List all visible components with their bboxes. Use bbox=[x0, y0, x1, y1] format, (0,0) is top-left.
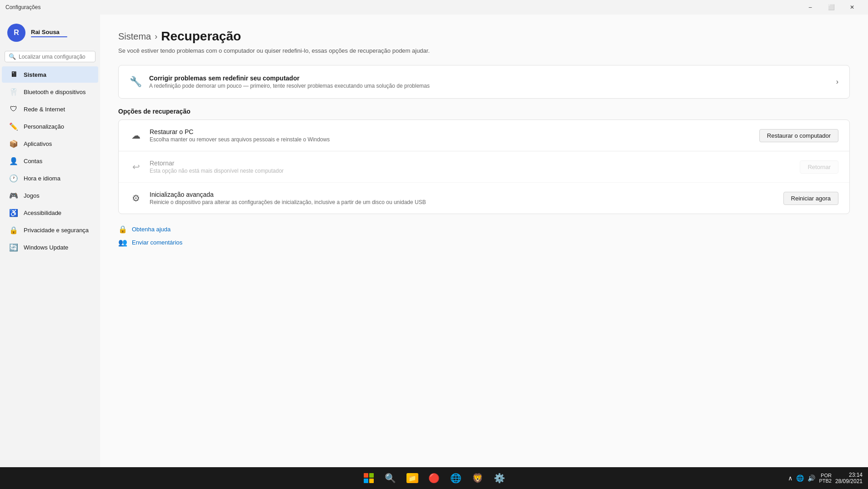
comentarios-label: Enviar comentários bbox=[132, 239, 182, 246]
main-content: Sistema › Recuperação Se você estiver te… bbox=[100, 15, 868, 467]
user-underline bbox=[31, 36, 67, 37]
sidebar-item-label: Aplicativos bbox=[24, 140, 52, 147]
taskbar-app-1[interactable]: 🔴 bbox=[425, 469, 443, 487]
restaurar-icon: ☁ bbox=[130, 130, 142, 141]
sidebar-item-contas[interactable]: 👤 Contas bbox=[2, 153, 98, 169]
titlebar-title: Configurações bbox=[5, 4, 40, 10]
fix-card-title: Corrigir problemas sem redefinir seu com… bbox=[149, 75, 430, 82]
comentarios-icon: 👥 bbox=[118, 238, 127, 247]
user-profile: R Rai Sousa bbox=[0, 18, 100, 49]
bluetooth-icon: 🦷 bbox=[9, 87, 18, 96]
taskbar-clock[interactable]: POR PTB2 bbox=[819, 473, 832, 484]
sidebar-item-label: Contas bbox=[24, 158, 42, 165]
taskbar-time-date[interactable]: 23:14 28/09/2021 bbox=[835, 472, 863, 484]
sidebar-item-label: Jogos bbox=[24, 192, 40, 199]
taskbar-app-files[interactable]: 📁 bbox=[403, 469, 421, 487]
sidebar-item-acessibilidade[interactable]: ♿ Acessibilidade bbox=[2, 205, 98, 221]
sistema-icon: 🖥 bbox=[9, 70, 18, 79]
reiniciar-button[interactable]: Reiniciar agora bbox=[783, 192, 838, 205]
taskbar-app-settings[interactable]: ⚙️ bbox=[491, 469, 509, 487]
option-inicializacao-left: ⚙ Inicialização avançada Reinicie o disp… bbox=[130, 191, 426, 205]
windows-update-icon: 🔄 bbox=[9, 243, 18, 252]
sidebar-item-aplicativos[interactable]: 📦 Aplicativos bbox=[2, 135, 98, 152]
aplicativos-icon: 📦 bbox=[9, 139, 18, 148]
sidebar-item-bluetooth[interactable]: 🦷 Bluetooth e dispositivos bbox=[2, 84, 98, 100]
start-button[interactable] bbox=[360, 469, 378, 487]
ajuda-label: Obtenha ajuda bbox=[132, 226, 171, 233]
taskbar-language: POR PTB2 bbox=[819, 473, 832, 484]
tray-arrow-icon[interactable]: ∧ bbox=[788, 474, 793, 482]
inicializacao-icon: ⚙ bbox=[130, 193, 142, 204]
user-name: Rai Sousa bbox=[31, 29, 67, 35]
tray-volume-icon[interactable]: 🔊 bbox=[808, 474, 815, 482]
sidebar-item-privacidade[interactable]: 🔒 Privacidade e segurança bbox=[2, 222, 98, 238]
help-link-ajuda[interactable]: 🔒 Obtenha ajuda bbox=[118, 225, 850, 234]
sidebar-item-label: Privacidade e segurança bbox=[24, 227, 89, 234]
recovery-options-title: Opções de recuperação bbox=[118, 108, 850, 115]
option-retornar-title: Retornar bbox=[150, 160, 284, 167]
contas-icon: 👤 bbox=[9, 156, 18, 165]
sidebar-item-label: Windows Update bbox=[24, 244, 68, 251]
search-box[interactable]: 🔍 bbox=[5, 51, 95, 62]
taskbar-app-search[interactable]: 🔍 bbox=[381, 469, 400, 487]
fix-card-left: 🔧 Corrigir problemas sem redefinir seu c… bbox=[130, 75, 430, 89]
fix-card-description: A redefinição pode demorar um pouco — pr… bbox=[149, 83, 430, 89]
page-description: Se você estiver tendo problemas com o co… bbox=[118, 47, 850, 54]
taskbar-app-chrome[interactable]: 🌐 bbox=[447, 469, 465, 487]
tray-network-icon[interactable]: 🌐 bbox=[796, 474, 804, 482]
rede-icon: 🛡 bbox=[9, 105, 18, 114]
hora-icon: 🕐 bbox=[9, 174, 18, 183]
maximize-button[interactable]: ⬜ bbox=[821, 0, 842, 15]
sidebar-item-hora[interactable]: 🕐 Hora e idioma bbox=[2, 170, 98, 186]
titlebar-controls: – ⬜ ✕ bbox=[800, 0, 863, 15]
win-logo-sq-1 bbox=[364, 473, 368, 478]
taskbar-center: 🔍 📁 🔴 🌐 🦁 ⚙️ bbox=[360, 469, 509, 487]
fix-icon: 🔧 bbox=[130, 76, 142, 88]
win-logo-sq-2 bbox=[369, 473, 374, 478]
option-inicializacao-text: Inicialização avançada Reinicie o dispos… bbox=[150, 191, 426, 205]
sidebar-item-jogos[interactable]: 🎮 Jogos bbox=[2, 187, 98, 204]
help-link-comentarios[interactable]: 👥 Enviar comentários bbox=[118, 238, 850, 247]
option-restaurar-title: Restaurar o PC bbox=[150, 128, 330, 135]
jogos-icon: 🎮 bbox=[9, 191, 18, 200]
option-retornar: ↩ Retornar Esta opção não está mais disp… bbox=[119, 151, 849, 183]
option-inicializacao-title: Inicialização avançada bbox=[150, 191, 426, 198]
sys-tray: ∧ 🌐 🔊 bbox=[788, 474, 815, 482]
windows-logo bbox=[364, 473, 374, 483]
titlebar: Configurações – ⬜ ✕ bbox=[0, 0, 868, 15]
search-icon: 🔍 bbox=[9, 53, 16, 60]
app-container: R Rai Sousa 🔍 🖥 Sistema 🦷 Bluetooth e di… bbox=[0, 15, 868, 467]
breadcrumb-current: Recuperação bbox=[161, 29, 241, 44]
option-retornar-left: ↩ Retornar Esta opção não está mais disp… bbox=[130, 160, 284, 174]
fix-card[interactable]: 🔧 Corrigir problemas sem redefinir seu c… bbox=[118, 65, 850, 99]
privacidade-icon: 🔒 bbox=[9, 225, 18, 235]
close-button[interactable]: ✕ bbox=[842, 0, 863, 15]
minimize-button[interactable]: – bbox=[800, 0, 821, 15]
sidebar-item-sistema[interactable]: 🖥 Sistema bbox=[2, 66, 98, 83]
taskbar-app-brave[interactable]: 🦁 bbox=[469, 469, 487, 487]
taskbar-time: 23:14 bbox=[835, 472, 863, 478]
sidebar-item-personalizacao[interactable]: ✏️ Personalização bbox=[2, 118, 98, 135]
sidebar-item-label: Bluetooth e dispositivos bbox=[24, 89, 86, 95]
breadcrumb: Sistema › Recuperação bbox=[118, 29, 850, 44]
sidebar-item-windows-update[interactable]: 🔄 Windows Update bbox=[2, 239, 98, 255]
avatar: R bbox=[7, 24, 25, 42]
sidebar-item-label: Sistema bbox=[24, 71, 46, 78]
sidebar-item-rede[interactable]: 🛡 Rede & Internet bbox=[2, 101, 98, 117]
option-restaurar-text: Restaurar o PC Escolha manter ou remover… bbox=[150, 128, 330, 143]
restaurar-button[interactable]: Restaurar o computador bbox=[759, 129, 838, 142]
ajuda-icon: 🔒 bbox=[118, 225, 127, 234]
sidebar: R Rai Sousa 🔍 🖥 Sistema 🦷 Bluetooth e di… bbox=[0, 15, 100, 467]
chevron-right-icon: › bbox=[836, 78, 838, 86]
fix-card-text: Corrigir problemas sem redefinir seu com… bbox=[149, 75, 430, 89]
option-retornar-text: Retornar Esta opção não está mais dispon… bbox=[150, 160, 284, 174]
retornar-icon: ↩ bbox=[130, 161, 142, 172]
win-logo-sq-3 bbox=[364, 479, 368, 483]
options-container: ☁ Restaurar o PC Escolha manter ou remov… bbox=[118, 120, 850, 214]
search-input[interactable] bbox=[19, 54, 91, 60]
option-retornar-desc: Esta opção não está mais disponível nest… bbox=[150, 168, 284, 174]
taskbar-date: 28/09/2021 bbox=[835, 478, 863, 484]
taskbar-right: ∧ 🌐 🔊 POR PTB2 23:14 28/09/2021 bbox=[788, 472, 863, 484]
acessibilidade-icon: ♿ bbox=[9, 208, 18, 217]
win-logo-sq-4 bbox=[369, 479, 374, 483]
